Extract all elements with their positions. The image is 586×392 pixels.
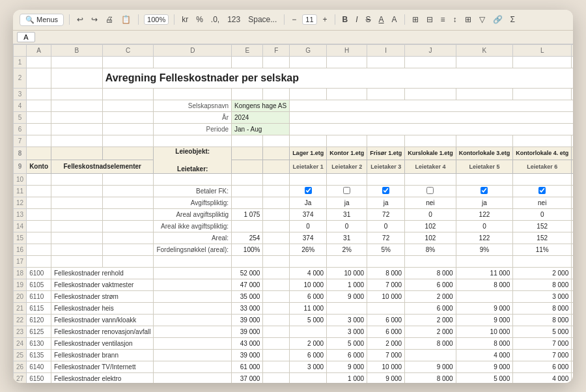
cb-tenant-5[interactable] (538, 187, 546, 194)
row-num-8: 8 (14, 147, 27, 160)
info-val-r0-c4[interactable] (456, 185, 513, 197)
info-val-r0-c3[interactable] (405, 185, 456, 197)
cell-r4-c0 (27, 100, 51, 111)
bold-btn[interactable]: B (341, 14, 350, 25)
filter-btn[interactable]: ▽ (477, 14, 487, 25)
col-H[interactable]: H (327, 44, 367, 56)
col-E[interactable]: E (232, 44, 263, 56)
cell-r1-c3 (154, 56, 232, 68)
f-5 (263, 326, 290, 337)
konto-3: 6115 (27, 302, 51, 314)
col-B[interactable]: B (51, 44, 103, 56)
cb-tenant-3[interactable] (426, 187, 434, 194)
cell-r1-c1 (51, 56, 103, 68)
val-r3-c4: 9 000 (456, 302, 513, 314)
cb-tenant-0[interactable] (305, 187, 312, 194)
val-r6-c3: 8 000 (405, 337, 456, 349)
space-label[interactable]: Space... (246, 14, 279, 25)
info-val-r5-c2: 5% (367, 244, 405, 255)
cell-r7-c0 (27, 135, 51, 147)
cell-r17-c11 (513, 255, 572, 267)
val-r5-c5: 5 000 (513, 326, 572, 337)
minus-btn[interactable]: − (290, 14, 298, 25)
corner-cell (14, 44, 27, 56)
col-I[interactable]: I (367, 44, 405, 56)
table-btn[interactable]: ⊞ (410, 14, 421, 25)
col-D[interactable]: D (154, 44, 232, 56)
cell-r1-c6 (290, 56, 327, 68)
konto-8: 6140 (27, 361, 51, 372)
cell-r7-c6 (290, 135, 327, 147)
val-r0-c2: 8 000 (367, 267, 405, 279)
d-5 (154, 326, 232, 337)
cell-r10-c4 (232, 173, 263, 185)
total-3: 33 000 (232, 302, 263, 314)
grid-btn[interactable]: ⊟ (425, 14, 435, 25)
redo-button[interactable]: ↪ (89, 14, 100, 25)
cb-tenant-2[interactable] (382, 187, 389, 194)
col-F[interactable]: F (263, 44, 290, 56)
r19-extra (572, 279, 573, 290)
row-num-1: 1 (14, 56, 27, 68)
undo-button[interactable]: ↩ (75, 14, 85, 25)
strikethrough-btn[interactable]: S (364, 14, 373, 25)
info-val-r0-c2[interactable] (367, 185, 405, 197)
r16-extra (572, 244, 573, 255)
col-C[interactable]: C (102, 44, 154, 56)
val-r7-c5: 7 000 (513, 349, 572, 361)
r12-abc-2 (102, 197, 154, 208)
underline-btn[interactable]: A (377, 14, 386, 25)
val-r2-c5: 3 000 (513, 290, 572, 302)
row-num-13: 13 (14, 208, 27, 220)
indent-btn[interactable]: ⊞ (463, 14, 473, 25)
cell-r1-c7 (327, 56, 367, 68)
zoom-select[interactable]: 100% (144, 14, 169, 25)
cell-r17-c10 (456, 255, 513, 267)
r16-abc-2 (102, 244, 154, 255)
r15-extra (572, 232, 573, 244)
cell-r3-c11 (513, 88, 572, 100)
sep1 (69, 14, 70, 25)
copy-button[interactable]: 📋 (119, 14, 133, 25)
info-total-3 (232, 220, 263, 232)
col-A[interactable]: A (27, 44, 51, 56)
italic-btn[interactable]: I (354, 14, 359, 25)
spreadsheet-container[interactable]: A B C D E F G H I J K L M 12Avregning Fe… (13, 44, 573, 383)
val-r8-c0: 3 000 (290, 361, 327, 372)
cell-ref-input[interactable] (17, 32, 35, 42)
link-btn[interactable]: 🔗 (491, 14, 505, 25)
col-M[interactable]: M (572, 44, 573, 56)
cell-r7-c3 (154, 135, 232, 147)
info-val-r0-c0[interactable] (290, 185, 327, 197)
row-num-26: 26 (14, 361, 27, 372)
col-J[interactable]: J (405, 44, 456, 56)
info-val-r0-c5[interactable] (513, 185, 572, 197)
info-total-1 (232, 197, 263, 208)
sort-btn[interactable]: ↕ (451, 14, 459, 25)
col-G[interactable]: G (290, 44, 327, 56)
plus-btn[interactable]: + (321, 14, 329, 25)
col-L[interactable]: L (513, 44, 572, 56)
row-num-12: 12 (14, 197, 27, 208)
align-btn[interactable]: ≡ (439, 14, 447, 25)
print-button[interactable]: 🖨 (104, 14, 115, 25)
val-r0-c1: 10 000 (327, 267, 367, 279)
textcolor-btn[interactable]: A (390, 14, 399, 25)
cell-r5-c0 (27, 111, 51, 123)
cb-tenant-4[interactable] (481, 187, 488, 194)
col-K[interactable]: K (456, 44, 513, 56)
cell-r7-c9 (405, 135, 456, 147)
info-val-r3-c2: 0 (367, 220, 405, 232)
info-val-r3-c5: 152 (513, 220, 572, 232)
cb-tenant-1[interactable] (343, 187, 350, 194)
cell-r7-c8 (367, 135, 405, 147)
row-num-5: 5 (14, 111, 27, 123)
leieobjekt-3: Kurslokale 1.etg (405, 147, 456, 160)
d-4 (154, 314, 232, 326)
formula-btn[interactable]: Σ (509, 14, 517, 25)
menus-button[interactable]: 🔍 Menus (20, 14, 64, 26)
info-val-r0-c1[interactable] (327, 185, 367, 197)
cell-r6-c3: Periode (154, 123, 232, 135)
cell-r3-c1 (51, 88, 103, 100)
font-size[interactable]: 11 (302, 14, 316, 25)
